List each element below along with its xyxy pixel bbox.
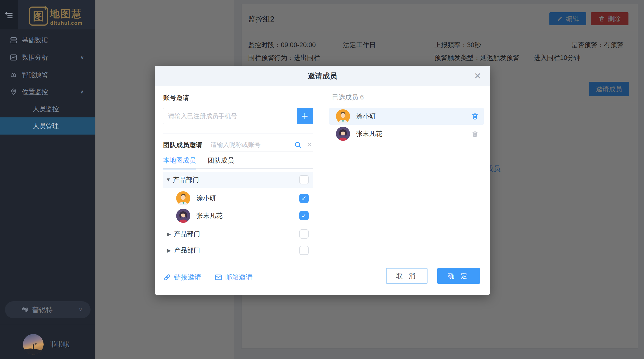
add-phone-button[interactable]: +	[297, 108, 313, 124]
selected-label: 已选成员	[332, 93, 358, 101]
map-icon	[21, 306, 29, 314]
logo-plus-mark: +	[44, 4, 48, 12]
search-icon[interactable]	[294, 141, 302, 149]
chevron-down-icon: ∨	[79, 307, 82, 313]
selected-member-name: 涂小研	[356, 112, 376, 121]
confirm-button[interactable]: 确 定	[437, 268, 480, 284]
phone-input[interactable]	[163, 108, 297, 124]
remove-member-icon[interactable]	[471, 130, 479, 138]
tree-group-label: 产品部门	[174, 246, 200, 255]
clear-icon[interactable]: ✕	[306, 141, 312, 149]
avatar-photo	[23, 334, 44, 355]
team-invite-label: 团队成员邀请	[163, 141, 202, 149]
modal-column-divider	[323, 86, 323, 261]
cancel-button[interactable]: 取 消	[386, 268, 428, 284]
tree-member-name: 涂小研	[196, 194, 216, 203]
invite-section-divider	[163, 133, 313, 133]
chevron-up-icon: ∧	[80, 89, 84, 95]
modal-footer-links: 链接邀请 邮箱邀请	[163, 273, 252, 282]
sidebar-item-data-analysis[interactable]: 数据分析 ∨	[0, 49, 95, 66]
group-checkbox[interactable]	[299, 175, 309, 184]
confirm-label: 确 定	[448, 272, 470, 280]
team-search-box: ✕	[210, 139, 313, 151]
sidebar-item-smart-alert[interactable]: 智能预警	[0, 66, 95, 83]
sidebar-item-base-data[interactable]: 基础数据	[0, 32, 95, 49]
sidebar-item-label: 位置监控	[22, 87, 48, 96]
close-icon[interactable]: ✕	[474, 72, 481, 80]
sidebar-item-person-manage[interactable]: 人员管理	[0, 117, 95, 135]
tree-group-label: 产品部门	[173, 175, 199, 184]
chevron-down-icon: ∨	[80, 54, 84, 60]
check-icon: ✓	[301, 195, 306, 202]
caret-down-icon[interactable]: ▼	[166, 177, 173, 183]
selected-members-header: 已选成员 6	[332, 93, 364, 102]
member-avatar-woman	[336, 127, 350, 141]
tab-local-map-members[interactable]: 本地图成员	[163, 156, 196, 169]
user-avatar[interactable]	[23, 334, 44, 355]
collapse-menu-icon	[4, 10, 14, 19]
team-invite-row: 团队成员邀请 ✕	[163, 139, 313, 151]
modal-header: 邀请成员	[155, 66, 490, 86]
member-avatar-woman	[176, 209, 190, 223]
logo-title: 地图慧	[50, 7, 82, 21]
selected-member-row[interactable]: 涂小研	[329, 108, 484, 125]
sidebar-item-person-monitor[interactable]: 人员监控	[0, 100, 95, 117]
logo-subtitle: dituhui.com	[50, 20, 83, 26]
sidebar-subitem-label: 人员管理	[33, 122, 59, 130]
alert-icon	[10, 71, 17, 78]
sidebar-item-label: 智能预警	[22, 70, 48, 79]
sidebar-item-label: 基础数据	[22, 36, 48, 45]
team-search-input[interactable]	[210, 141, 279, 149]
tree-group-row[interactable]: ▶ 产品部门	[163, 228, 313, 240]
team-switcher[interactable]: 普锐特 ∨	[5, 301, 91, 318]
sidebar-divider	[0, 325, 95, 325]
tree-group-row[interactable]: ▼ 产品部门	[163, 172, 313, 188]
member-checkbox-checked[interactable]: ✓	[299, 194, 309, 203]
caret-right-icon[interactable]: ▶	[167, 231, 174, 237]
team-name: 普锐特	[32, 305, 53, 314]
sidebar-collapse-button[interactable]	[0, 0, 18, 29]
sidebar-item-location-monitor[interactable]: 位置监控 ∧	[0, 83, 95, 100]
modal-footer-divider	[155, 261, 490, 261]
invite-member-modal: 邀请成员 ✕ 账号邀请 + 团队成员邀请 ✕	[155, 66, 490, 295]
phone-invite-row: +	[163, 108, 313, 124]
tab-bar-divider	[163, 168, 313, 169]
link-icon	[163, 273, 171, 281]
member-avatar-man	[176, 191, 190, 205]
member-checkbox-checked[interactable]: ✓	[299, 211, 309, 220]
user-name: 啦啦啦	[50, 340, 70, 349]
app-root: 图 + 地图慧 dituhui.com 基础数据 数据分析 ∨	[0, 0, 644, 359]
tree-group-row[interactable]: ▶ 产品部门	[163, 244, 313, 256]
tree-group-label: 产品部门	[174, 230, 200, 238]
tab-team-members[interactable]: 团队成员	[208, 156, 234, 169]
link-invite-button[interactable]: 链接邀请	[163, 273, 201, 282]
location-icon	[10, 88, 17, 96]
sidebar-item-label: 数据分析	[22, 53, 48, 62]
database-icon	[10, 36, 17, 44]
sidebar-subitem-label: 人员监控	[33, 105, 59, 113]
analytics-icon	[10, 54, 17, 61]
selected-count: 6	[360, 93, 364, 101]
caret-right-icon[interactable]: ▶	[167, 247, 174, 254]
account-invite-label: 账号邀请	[163, 93, 189, 102]
group-checkbox[interactable]	[299, 246, 309, 255]
tree-member-row[interactable]: 涂小研 ✓	[163, 190, 313, 207]
check-icon: ✓	[301, 212, 306, 220]
logo-glyph: 图	[33, 9, 44, 24]
selected-member-name: 张末凡花	[356, 129, 382, 138]
email-invite-label: 邮箱邀请	[225, 273, 252, 282]
selected-member-row[interactable]: 张末凡花	[329, 125, 484, 142]
remove-member-icon[interactable]	[471, 112, 479, 120]
group-checkbox[interactable]	[299, 229, 309, 239]
tree-member-name: 张末凡花	[196, 211, 222, 220]
modal-title: 邀请成员	[308, 71, 337, 81]
tree-member-row[interactable]: 张末凡花 ✓	[163, 207, 313, 224]
member-avatar-man	[336, 109, 350, 123]
sidebar: 图 + 地图慧 dituhui.com 基础数据 数据分析 ∨	[0, 0, 95, 359]
link-invite-label: 链接邀请	[174, 273, 201, 282]
member-tabs: 本地图成员 团队成员	[163, 156, 234, 169]
cancel-label: 取 消	[396, 272, 418, 280]
email-invite-button[interactable]: 邮箱邀请	[214, 273, 252, 282]
plus-icon: +	[302, 110, 308, 122]
envelope-icon	[214, 273, 222, 281]
